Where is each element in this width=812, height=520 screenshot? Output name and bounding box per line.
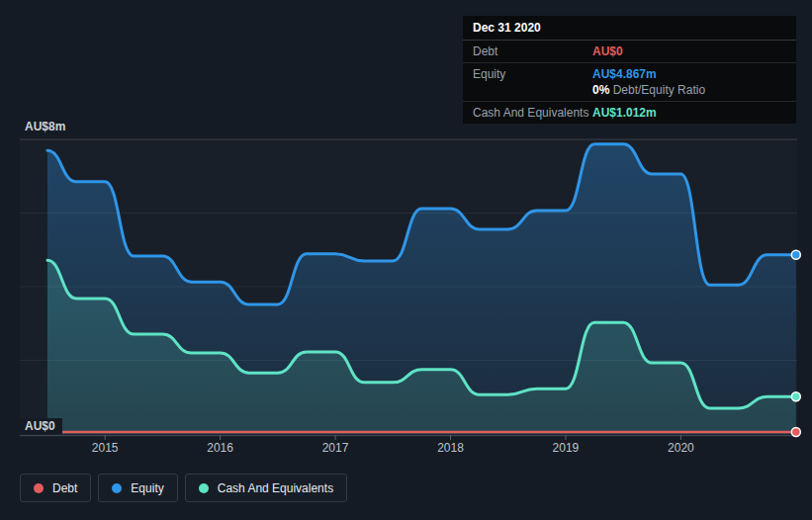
debt-equity-chart-panel: AU$8m AU$0 201520162017201820192020 Dec … [0, 0, 812, 520]
legend-item-equity[interactable]: Equity [98, 474, 177, 502]
legend-label-debt: Debt [52, 482, 77, 494]
legend-label-equity: Equity [131, 482, 163, 494]
tooltip-cash-label: Cash And Equivalents [473, 106, 592, 120]
tooltip-ratio-label: Debt/Equity Ratio [613, 83, 705, 97]
x-tick-label-2017: 2017 [314, 441, 357, 455]
tooltip-date: Dec 31 2020 [463, 16, 796, 41]
debt-end-dot[interactable] [791, 428, 800, 437]
x-axis: 201520162017201820192020 [0, 441, 812, 457]
equity-series-dot-icon [112, 483, 122, 493]
tooltip-equity-row: Equity AU$4.867m [463, 63, 796, 82]
y-axis-label-max: AU$8m [18, 119, 72, 134]
x-tick-label-2016: 2016 [199, 441, 242, 455]
x-tick-label-2015: 2015 [83, 441, 127, 455]
legend-item-cash[interactable]: Cash And Equivalents [185, 474, 347, 502]
x-tick-label-2020: 2020 [659, 441, 702, 455]
tooltip-ratio-row: 0% Debt/Equity Ratio [463, 82, 796, 102]
legend-label-cash: Cash And Equivalents [218, 482, 333, 494]
tooltip-ratio-value: 0% [592, 83, 609, 97]
x-tick-label-2018: 2018 [429, 441, 473, 455]
legend-item-debt[interactable]: Debt [20, 474, 91, 502]
tooltip-cash-value: AU$1.012m [592, 106, 657, 120]
tooltip-debt-label: Debt [473, 44, 592, 58]
equity-end-dot[interactable] [791, 250, 800, 259]
tooltip-debt-row: Debt AU$0 [463, 41, 796, 63]
tooltip-cash-row: Cash And Equivalents AU$1.012m [463, 102, 796, 124]
tooltip-equity-value: AU$4.867m [592, 67, 657, 81]
y-axis-label-zero: AU$0 [18, 418, 62, 434]
tooltip-debt-value: AU$0 [592, 44, 623, 58]
chart-tooltip: Dec 31 2020 Debt AU$0 Equity AU$4.867m 0… [463, 16, 796, 124]
x-tick-label-2019: 2019 [544, 441, 587, 455]
tooltip-equity-label: Equity [473, 67, 592, 81]
cash-series-dot-icon [199, 483, 209, 493]
cash-and-equivalents-end-dot[interactable] [791, 392, 800, 401]
chart-legend: Debt Equity Cash And Equivalents [20, 474, 347, 502]
debt-series-dot-icon [34, 483, 44, 493]
